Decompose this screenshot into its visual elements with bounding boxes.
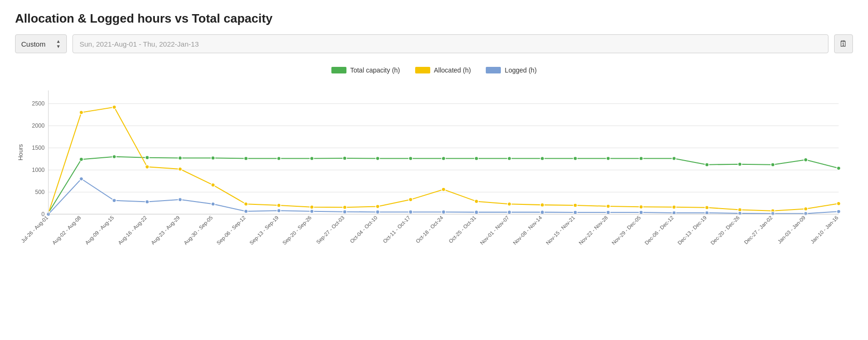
controls-row: Custom ▲▼ 🗓 xyxy=(15,34,853,53)
svg-point-89 xyxy=(80,177,83,181)
svg-point-40 xyxy=(113,155,116,159)
svg-point-50 xyxy=(442,156,445,160)
svg-text:Dec-27 - Jan-02: Dec-27 - Jan-02 xyxy=(743,215,773,245)
svg-text:Sep-27 - Oct-03: Sep-27 - Oct-03 xyxy=(315,215,345,245)
svg-point-83 xyxy=(705,206,709,210)
calendar-button[interactable]: 🗓 xyxy=(834,34,853,53)
select-arrows-icon: ▲▼ xyxy=(56,39,61,49)
svg-text:Nov-01 - Nov-07: Nov-01 - Nov-07 xyxy=(479,215,510,246)
svg-point-39 xyxy=(80,157,83,161)
svg-point-110 xyxy=(771,211,775,215)
svg-text:Aug-16 - Aug-22: Aug-16 - Aug-22 xyxy=(117,215,148,246)
svg-point-61 xyxy=(804,158,808,162)
svg-point-53 xyxy=(540,156,544,160)
svg-text:Nov-15 - Nov-21: Nov-15 - Nov-21 xyxy=(545,215,576,246)
svg-point-58 xyxy=(705,163,709,167)
svg-text:2000: 2000 xyxy=(32,122,45,129)
svg-point-41 xyxy=(145,156,149,160)
svg-point-104 xyxy=(573,210,577,214)
svg-point-73 xyxy=(376,204,379,208)
svg-point-92 xyxy=(178,198,182,202)
svg-point-102 xyxy=(507,210,511,214)
svg-point-51 xyxy=(474,156,478,160)
svg-text:Nov-22 - Nov-28: Nov-22 - Nov-28 xyxy=(578,215,609,246)
svg-point-98 xyxy=(376,210,379,214)
svg-point-49 xyxy=(409,156,412,160)
svg-point-103 xyxy=(540,210,544,214)
svg-text:Sep-06 - Sep-12: Sep-06 - Sep-12 xyxy=(216,215,247,246)
svg-text:Oct-25 - Oct-31: Oct-25 - Oct-31 xyxy=(448,215,477,244)
svg-point-69 xyxy=(244,202,248,206)
svg-text:1000: 1000 xyxy=(32,167,45,173)
svg-text:Oct-18 - Oct-24: Oct-18 - Oct-24 xyxy=(415,215,444,244)
svg-point-72 xyxy=(343,205,346,209)
legend-label-logged: Logged (h) xyxy=(505,66,537,74)
svg-point-106 xyxy=(639,210,643,214)
svg-point-62 xyxy=(837,166,841,170)
svg-point-74 xyxy=(409,198,412,202)
svg-point-96 xyxy=(310,210,313,213)
svg-point-87 xyxy=(837,202,841,205)
svg-point-95 xyxy=(277,209,281,212)
svg-point-64 xyxy=(80,111,83,114)
svg-text:500: 500 xyxy=(35,189,44,195)
svg-point-43 xyxy=(211,156,215,160)
svg-point-52 xyxy=(507,156,511,160)
svg-text:Jan-03 - Jan-09: Jan-03 - Jan-09 xyxy=(777,215,807,245)
svg-point-81 xyxy=(639,205,643,209)
svg-point-68 xyxy=(211,183,215,187)
svg-point-67 xyxy=(178,167,182,171)
svg-point-45 xyxy=(277,156,281,160)
svg-point-109 xyxy=(738,211,742,215)
svg-text:Jul-26 - Aug-01: Jul-26 - Aug-01 xyxy=(20,215,49,244)
svg-text:Aug-02 - Aug-08: Aug-02 - Aug-08 xyxy=(51,215,82,246)
svg-point-78 xyxy=(540,203,544,207)
svg-point-101 xyxy=(474,210,478,214)
date-range-input[interactable] xyxy=(72,34,828,53)
svg-point-66 xyxy=(145,165,149,169)
svg-point-54 xyxy=(573,156,577,160)
svg-point-77 xyxy=(507,202,511,206)
legend-item-allocated: Allocated (h) xyxy=(415,66,471,74)
chart-legend: Total capacity (h) Allocated (h) Logged … xyxy=(15,66,853,74)
svg-text:Aug-30 - Sep-05: Aug-30 - Sep-05 xyxy=(183,215,214,246)
svg-point-79 xyxy=(573,203,577,207)
svg-point-75 xyxy=(442,187,445,191)
svg-point-56 xyxy=(639,156,643,160)
legend-color-total xyxy=(331,67,346,73)
svg-point-46 xyxy=(310,156,313,160)
legend-color-allocated xyxy=(415,67,430,73)
svg-point-80 xyxy=(606,204,610,208)
svg-point-112 xyxy=(837,210,841,213)
svg-point-57 xyxy=(672,156,676,160)
svg-point-111 xyxy=(804,211,808,215)
svg-point-70 xyxy=(277,203,281,207)
svg-text:2500: 2500 xyxy=(32,100,45,107)
svg-point-82 xyxy=(672,205,676,209)
svg-text:Sep-20 - Sep-26: Sep-20 - Sep-26 xyxy=(281,215,313,246)
svg-point-47 xyxy=(343,156,346,160)
svg-point-42 xyxy=(178,156,182,160)
svg-point-86 xyxy=(804,207,808,211)
svg-point-44 xyxy=(244,156,248,160)
period-select-label: Custom xyxy=(21,40,46,48)
svg-point-59 xyxy=(738,162,742,166)
svg-text:Jan-10 - Jan-16: Jan-10 - Jan-16 xyxy=(810,215,840,245)
svg-text:Dec-13 - Dec-19: Dec-13 - Dec-19 xyxy=(676,215,707,246)
legend-item-logged: Logged (h) xyxy=(486,66,537,74)
svg-point-90 xyxy=(113,199,116,202)
period-select[interactable]: Custom ▲▼ xyxy=(15,34,67,53)
svg-text:1500: 1500 xyxy=(32,145,45,151)
svg-text:Dec-20 - Dec-26: Dec-20 - Dec-26 xyxy=(709,215,740,246)
legend-label-allocated: Allocated (h) xyxy=(434,66,471,74)
svg-point-93 xyxy=(211,202,215,206)
svg-point-76 xyxy=(474,200,478,203)
svg-point-105 xyxy=(606,210,610,214)
svg-text:Aug-23 - Aug-29: Aug-23 - Aug-29 xyxy=(150,215,181,246)
svg-point-100 xyxy=(442,210,445,214)
svg-point-91 xyxy=(145,200,149,204)
svg-text:Aug-09 - Aug-15: Aug-09 - Aug-15 xyxy=(84,215,115,246)
main-chart-svg: 05001000150020002500HoursJul-26 - Aug-01… xyxy=(15,80,853,277)
svg-text:Nov-29 - Dec-05: Nov-29 - Dec-05 xyxy=(611,215,642,246)
svg-point-99 xyxy=(409,210,412,214)
